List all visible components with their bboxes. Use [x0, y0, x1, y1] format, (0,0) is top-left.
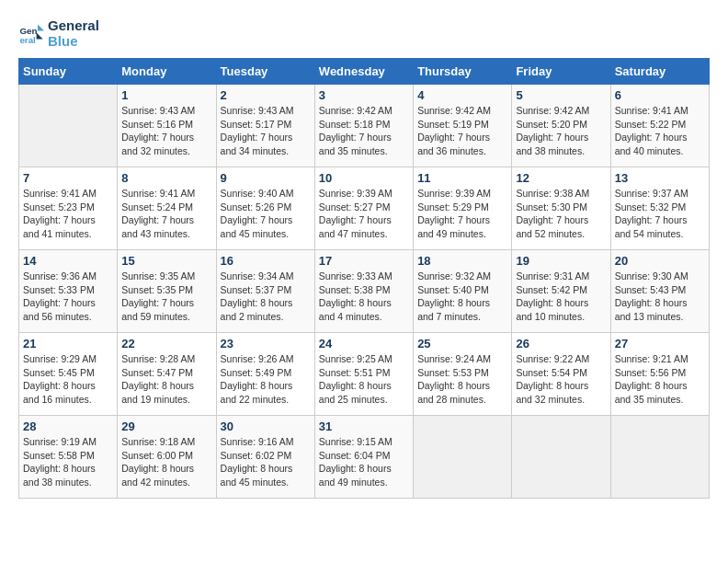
header: Gen eral GeneralBlue: [18, 18, 710, 49]
day-header-wednesday: Wednesday: [314, 59, 413, 85]
day-number: 3: [319, 88, 409, 102]
day-info: Sunrise: 9:41 AMSunset: 5:23 PMDaylight:…: [23, 187, 113, 241]
day-cell: 13Sunrise: 9:37 AMSunset: 5:32 PMDayligh…: [610, 167, 709, 250]
day-info: Sunrise: 9:18 AMSunset: 6:00 PMDaylight:…: [121, 435, 211, 489]
day-cell: 19Sunrise: 9:31 AMSunset: 5:42 PMDayligh…: [512, 250, 610, 333]
day-info: Sunrise: 9:39 AMSunset: 5:29 PMDaylight:…: [417, 187, 507, 241]
day-cell: 18Sunrise: 9:32 AMSunset: 5:40 PMDayligh…: [414, 250, 512, 333]
day-number: 9: [221, 171, 311, 185]
day-cell: 1Sunrise: 9:43 AMSunset: 5:16 PMDaylight…: [118, 85, 216, 167]
day-cell: 30Sunrise: 9:16 AMSunset: 6:02 PMDayligh…: [216, 416, 314, 499]
day-info: Sunrise: 9:39 AMSunset: 5:27 PMDaylight:…: [319, 187, 409, 241]
day-cell: [610, 416, 709, 499]
day-number: 4: [417, 88, 507, 102]
day-number: 2: [221, 88, 311, 102]
day-cell: 6Sunrise: 9:41 AMSunset: 5:22 PMDaylight…: [610, 85, 709, 167]
day-number: 22: [121, 337, 211, 350]
day-info: Sunrise: 9:24 AMSunset: 5:53 PMDaylight:…: [417, 352, 507, 407]
day-info: Sunrise: 9:35 AMSunset: 5:35 PMDaylight:…: [121, 270, 211, 324]
day-number: 28: [23, 419, 113, 433]
day-number: 15: [121, 254, 211, 268]
day-info: Sunrise: 9:22 AMSunset: 5:54 PMDaylight:…: [516, 352, 606, 407]
day-cell: 23Sunrise: 9:26 AMSunset: 5:49 PMDayligh…: [216, 333, 314, 416]
day-number: 19: [516, 254, 606, 268]
day-cell: 10Sunrise: 9:39 AMSunset: 5:27 PMDayligh…: [314, 167, 413, 250]
day-info: Sunrise: 9:34 AMSunset: 5:37 PMDaylight:…: [221, 270, 311, 324]
day-cell: 5Sunrise: 9:42 AMSunset: 5:20 PMDaylight…: [512, 85, 610, 167]
day-info: Sunrise: 9:40 AMSunset: 5:26 PMDaylight:…: [221, 187, 311, 241]
day-number: 25: [417, 337, 507, 350]
day-info: Sunrise: 9:42 AMSunset: 5:20 PMDaylight:…: [516, 104, 606, 158]
day-info: Sunrise: 9:19 AMSunset: 5:58 PMDaylight:…: [23, 435, 113, 489]
day-cell: 3Sunrise: 9:42 AMSunset: 5:18 PMDaylight…: [314, 85, 413, 167]
day-cell: 26Sunrise: 9:22 AMSunset: 5:54 PMDayligh…: [512, 333, 610, 416]
day-info: Sunrise: 9:31 AMSunset: 5:42 PMDaylight:…: [516, 270, 606, 324]
day-cell: [19, 85, 118, 167]
day-number: 14: [23, 254, 113, 268]
day-cell: 24Sunrise: 9:25 AMSunset: 5:51 PMDayligh…: [314, 333, 413, 416]
day-header-thursday: Thursday: [414, 59, 512, 85]
day-header-tuesday: Tuesday: [216, 59, 314, 85]
day-header-sunday: Sunday: [19, 59, 118, 85]
header-row: SundayMondayTuesdayWednesdayThursdayFrid…: [19, 59, 710, 85]
day-info: Sunrise: 9:38 AMSunset: 5:30 PMDaylight:…: [516, 187, 606, 241]
day-info: Sunrise: 9:15 AMSunset: 6:04 PMDaylight:…: [319, 435, 409, 489]
day-cell: 20Sunrise: 9:30 AMSunset: 5:43 PMDayligh…: [610, 250, 709, 333]
day-cell: 14Sunrise: 9:36 AMSunset: 5:33 PMDayligh…: [19, 250, 118, 333]
day-cell: [512, 416, 610, 499]
svg-marker-3: [37, 32, 43, 39]
day-number: 23: [221, 337, 311, 350]
day-cell: 2Sunrise: 9:43 AMSunset: 5:17 PMDaylight…: [216, 85, 314, 167]
day-number: 7: [23, 171, 113, 185]
day-cell: 12Sunrise: 9:38 AMSunset: 5:30 PMDayligh…: [512, 167, 610, 250]
week-row-4: 21Sunrise: 9:29 AMSunset: 5:45 PMDayligh…: [19, 333, 710, 416]
day-cell: [414, 416, 512, 499]
day-number: 27: [615, 337, 705, 350]
week-row-2: 7Sunrise: 9:41 AMSunset: 5:23 PMDaylight…: [19, 167, 710, 250]
day-cell: 22Sunrise: 9:28 AMSunset: 5:47 PMDayligh…: [118, 333, 216, 416]
day-header-saturday: Saturday: [610, 59, 709, 85]
day-info: Sunrise: 9:33 AMSunset: 5:38 PMDaylight:…: [319, 270, 409, 324]
day-cell: 27Sunrise: 9:21 AMSunset: 5:56 PMDayligh…: [610, 333, 709, 416]
day-info: Sunrise: 9:21 AMSunset: 5:56 PMDaylight:…: [615, 352, 705, 407]
day-info: Sunrise: 9:29 AMSunset: 5:45 PMDaylight:…: [23, 352, 113, 407]
day-number: 20: [615, 254, 705, 268]
day-number: 30: [221, 419, 311, 433]
svg-marker-2: [38, 24, 44, 30]
day-cell: 8Sunrise: 9:41 AMSunset: 5:24 PMDaylight…: [118, 167, 216, 250]
day-number: 10: [319, 171, 409, 185]
day-number: 5: [516, 88, 606, 102]
day-number: 24: [319, 337, 409, 350]
day-number: 16: [221, 254, 311, 268]
day-cell: 4Sunrise: 9:42 AMSunset: 5:19 PMDaylight…: [414, 85, 512, 167]
day-info: Sunrise: 9:16 AMSunset: 6:02 PMDaylight:…: [221, 435, 311, 489]
day-number: 17: [319, 254, 409, 268]
day-info: Sunrise: 9:26 AMSunset: 5:49 PMDaylight:…: [221, 352, 311, 407]
day-info: Sunrise: 9:42 AMSunset: 5:19 PMDaylight:…: [417, 104, 507, 158]
calendar-table: SundayMondayTuesdayWednesdayThursdayFrid…: [18, 58, 710, 499]
logo-icon: Gen eral: [18, 21, 44, 47]
day-number: 26: [516, 337, 606, 350]
day-cell: 29Sunrise: 9:18 AMSunset: 6:00 PMDayligh…: [118, 416, 216, 499]
day-number: 13: [615, 171, 705, 185]
day-number: 21: [23, 337, 113, 350]
day-number: 11: [417, 171, 507, 185]
day-number: 6: [615, 88, 705, 102]
day-info: Sunrise: 9:37 AMSunset: 5:32 PMDaylight:…: [615, 187, 705, 241]
day-info: Sunrise: 9:32 AMSunset: 5:40 PMDaylight:…: [417, 270, 507, 324]
day-cell: 7Sunrise: 9:41 AMSunset: 5:23 PMDaylight…: [19, 167, 118, 250]
day-cell: 9Sunrise: 9:40 AMSunset: 5:26 PMDaylight…: [216, 167, 314, 250]
day-header-monday: Monday: [118, 59, 216, 85]
week-row-5: 28Sunrise: 9:19 AMSunset: 5:58 PMDayligh…: [19, 416, 710, 499]
day-info: Sunrise: 9:36 AMSunset: 5:33 PMDaylight:…: [23, 270, 113, 324]
day-number: 8: [121, 171, 211, 185]
day-cell: 21Sunrise: 9:29 AMSunset: 5:45 PMDayligh…: [19, 333, 118, 416]
week-row-3: 14Sunrise: 9:36 AMSunset: 5:33 PMDayligh…: [19, 250, 710, 333]
day-info: Sunrise: 9:43 AMSunset: 5:16 PMDaylight:…: [121, 104, 211, 158]
day-number: 31: [319, 419, 409, 433]
day-cell: 15Sunrise: 9:35 AMSunset: 5:35 PMDayligh…: [118, 250, 216, 333]
day-number: 29: [121, 419, 211, 433]
day-info: Sunrise: 9:41 AMSunset: 5:24 PMDaylight:…: [121, 187, 211, 241]
day-number: 1: [121, 88, 211, 102]
day-info: Sunrise: 9:42 AMSunset: 5:18 PMDaylight:…: [319, 104, 409, 158]
